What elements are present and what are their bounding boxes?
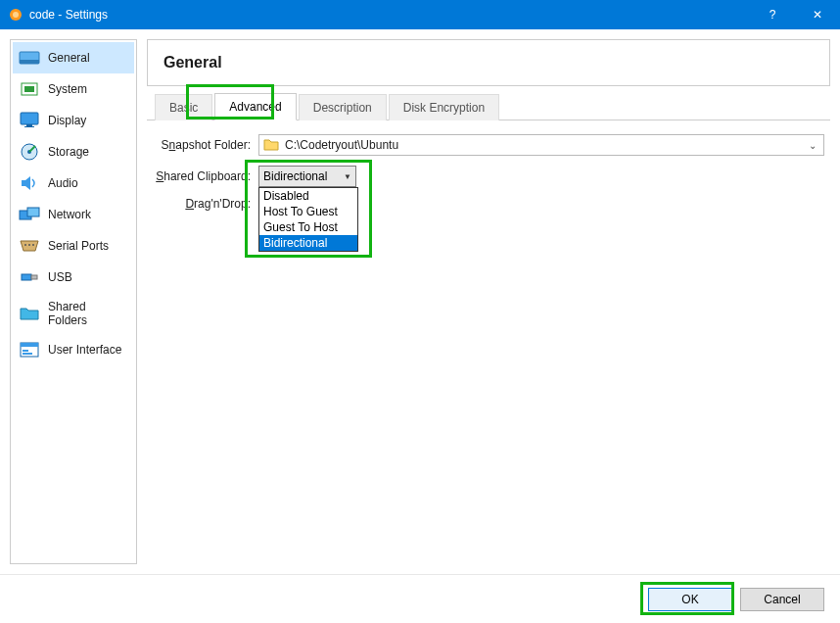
page-title: General — [163, 54, 814, 72]
sidebar-item-label: System — [48, 82, 87, 96]
sidebar-item-serial[interactable]: Serial Ports — [13, 230, 134, 262]
serial-icon — [19, 237, 40, 255]
sidebar-item-label: General — [48, 51, 90, 65]
window-title: code - Settings — [29, 8, 750, 22]
tab-basic[interactable]: Basic — [155, 94, 212, 120]
svg-rect-19 — [21, 343, 38, 347]
sidebar-item-usb[interactable]: USB — [13, 262, 134, 293]
audio-icon — [19, 174, 40, 192]
svg-rect-16 — [22, 274, 31, 280]
titlebar: code - Settings ? ✕ — [0, 0, 840, 29]
shared-clipboard-combo[interactable]: Bidirectional ▼ Disabled Host To Guest G… — [258, 166, 356, 187]
sidebar-item-label: Serial Ports — [48, 239, 109, 253]
svg-rect-20 — [23, 350, 28, 352]
folder-small-icon — [263, 138, 279, 152]
svg-rect-17 — [31, 275, 37, 279]
svg-rect-8 — [24, 126, 34, 127]
svg-rect-5 — [24, 86, 34, 92]
app-icon — [8, 7, 23, 23]
snapshot-folder-label: Snapshot Folder: — [153, 138, 251, 152]
display-icon — [19, 112, 40, 129]
svg-rect-12 — [27, 208, 39, 216]
sidebar-item-label: Shared Folders — [48, 300, 128, 327]
svg-rect-3 — [20, 60, 39, 64]
general-icon — [19, 49, 40, 67]
shared-clipboard-label: Shared Clipboard: — [153, 169, 251, 183]
ok-button[interactable]: OK — [648, 588, 732, 611]
chevron-down-icon: ▼ — [344, 172, 351, 181]
tab-description[interactable]: Description — [299, 94, 387, 120]
sidebar-item-label: Storage — [48, 145, 89, 159]
section-header: General — [147, 39, 830, 86]
svg-point-13 — [24, 244, 26, 246]
tab-advanced[interactable]: Advanced — [214, 93, 296, 120]
sidebar-item-label: Audio — [48, 176, 78, 190]
svg-point-1 — [13, 12, 19, 18]
option-bidirectional[interactable]: Bidirectional — [259, 235, 357, 251]
sidebar-item-shared-folders[interactable]: Shared Folders — [13, 293, 134, 334]
option-host-to-guest[interactable]: Host To Guest — [259, 204, 357, 219]
folder-icon — [19, 305, 40, 322]
row-shared-clipboard: Shared Clipboard: Bidirectional ▼ Disabl… — [153, 166, 824, 187]
cancel-button[interactable]: Cancel — [740, 588, 824, 611]
sidebar: General System Display Storage Audio Net… — [10, 39, 137, 564]
sidebar-item-audio[interactable]: Audio — [13, 168, 134, 199]
ui-icon — [19, 341, 40, 359]
form-area: Snapshot Folder: C:\Codetryout\Ubuntu ⌄ … — [147, 120, 830, 226]
network-icon — [19, 206, 40, 223]
sidebar-item-label: Display — [48, 114, 86, 127]
sidebar-item-label: Network — [48, 208, 91, 221]
svg-rect-21 — [23, 353, 32, 355]
option-disabled[interactable]: Disabled — [259, 188, 357, 204]
shared-clipboard-value: Bidirectional — [263, 169, 344, 183]
option-guest-to-host[interactable]: Guest To Host — [259, 219, 357, 235]
tabs: Basic Advanced Description Disk Encrypti… — [147, 92, 830, 120]
sidebar-item-label: USB — [48, 270, 72, 284]
sidebar-item-general[interactable]: General — [13, 42, 134, 73]
row-snapshot-folder: Snapshot Folder: C:\Codetryout\Ubuntu ⌄ — [153, 134, 824, 156]
sidebar-item-user-interface[interactable]: User Interface — [13, 334, 134, 365]
footer: OK Cancel — [0, 574, 840, 623]
close-button[interactable]: ✕ — [795, 0, 840, 29]
sidebar-item-label: User Interface — [48, 343, 121, 357]
shared-clipboard-dropdown: Disabled Host To Guest Guest To Host Bid… — [258, 187, 358, 252]
main-panel: General Basic Advanced Description Disk … — [147, 39, 830, 564]
system-icon — [19, 80, 40, 98]
storage-icon — [19, 143, 40, 161]
row-drag-n-drop: Drag'n'Drop: — [153, 197, 824, 211]
svg-point-15 — [32, 244, 34, 246]
snapshot-folder-value: C:\Codetryout\Ubuntu — [285, 138, 806, 152]
drag-n-drop-label: Drag'n'Drop: — [153, 197, 251, 211]
sidebar-item-system[interactable]: System — [13, 73, 134, 105]
sidebar-item-display[interactable]: Display — [13, 105, 134, 136]
svg-rect-7 — [26, 124, 32, 126]
svg-rect-6 — [21, 113, 38, 124]
help-button[interactable]: ? — [750, 0, 795, 29]
sidebar-item-storage[interactable]: Storage — [13, 136, 134, 168]
sidebar-item-network[interactable]: Network — [13, 199, 134, 230]
usb-icon — [19, 268, 40, 286]
chevron-down-icon[interactable]: ⌄ — [806, 140, 819, 151]
snapshot-folder-field[interactable]: C:\Codetryout\Ubuntu ⌄ — [258, 134, 824, 156]
tab-disk-encryption[interactable]: Disk Encryption — [389, 94, 499, 120]
svg-point-14 — [28, 244, 30, 246]
